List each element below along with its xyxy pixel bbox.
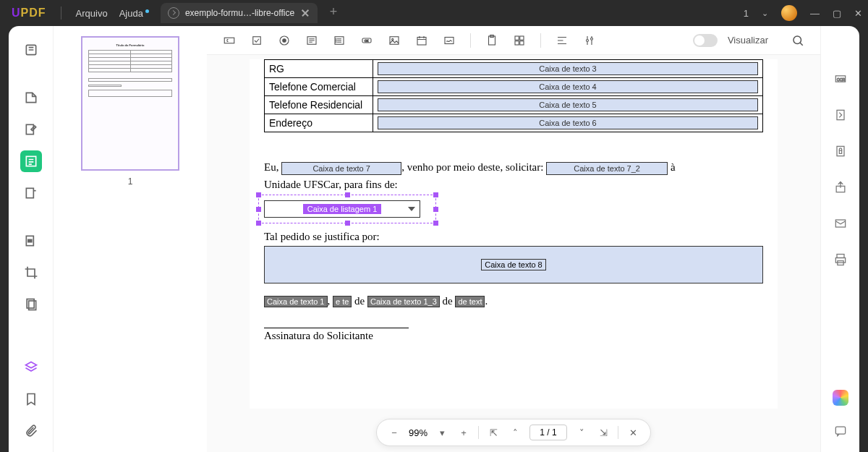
date-tool[interactable] (411, 30, 433, 51)
window-count[interactable]: 1 (744, 8, 749, 19)
page-thumbnail[interactable]: Título do Formulário (81, 36, 179, 171)
zoom-out-icon[interactable]: − (387, 425, 401, 440)
svg-rect-26 (520, 36, 524, 40)
table-row: EndereçoCaixa de texto 6 (265, 114, 763, 132)
text-field[interactable]: de text (455, 296, 485, 307)
close-window-icon[interactable]: ✕ (854, 8, 862, 19)
ocr-icon[interactable]: OCR (830, 68, 851, 90)
crop-icon[interactable] (20, 262, 42, 283)
prev-page-icon[interactable]: ˄ (508, 425, 522, 440)
minimize-icon[interactable]: ― (810, 8, 820, 19)
new-tab-button[interactable]: + (325, 4, 342, 22)
avatar[interactable] (781, 5, 797, 21)
checkbox-tool[interactable] (246, 30, 268, 51)
page-navigator: − 99% ▾ + ⇱ ˄ 1 / 1 ˅ ⇲ ✕ (376, 419, 651, 446)
svg-rect-9 (253, 36, 261, 44)
zoom-in-icon[interactable]: + (456, 425, 471, 440)
clipboard-tool[interactable] (481, 30, 503, 51)
close-icon[interactable] (300, 8, 310, 18)
paragraph: Eu, Caixa de texto 7, venho por meio des… (264, 158, 763, 193)
text-field-large[interactable]: Caixa de texto 8 (264, 246, 763, 283)
page-viewport[interactable]: RGCaixa de texto 3 Telefone ComercialCai… (207, 55, 820, 452)
signature-label: Assinatura do Solicitante (264, 330, 763, 342)
align-tool[interactable] (551, 30, 573, 51)
ai-icon[interactable] (833, 390, 848, 406)
svg-rect-22 (445, 37, 454, 43)
text-field[interactable]: Caixa de texto 3 (378, 62, 758, 75)
left-sidebar (9, 26, 54, 452)
text-field-tool[interactable] (218, 30, 240, 51)
comment-icon[interactable] (20, 87, 42, 108)
radio-tool[interactable] (273, 30, 295, 51)
redact-icon[interactable] (20, 230, 42, 252)
divider (618, 426, 618, 439)
text-field[interactable]: Caixa de texto 7_2 (546, 162, 668, 175)
bookmark-icon[interactable] (20, 388, 42, 410)
menu-help[interactable]: Ajuda (114, 8, 155, 19)
listbox-tool[interactable] (328, 30, 350, 51)
toolbar-divider (470, 33, 471, 48)
text-field[interactable]: Caixa de texto 1 (264, 296, 328, 307)
chevron-down-icon[interactable]: ⌄ (762, 9, 768, 18)
listbox-field: Caixa de listagem 1 (264, 200, 420, 218)
preview-label: Visualizar (728, 35, 768, 46)
main-frame: Título do Formulário 1 OK (9, 26, 859, 452)
svg-rect-5 (27, 239, 31, 242)
text-field[interactable]: Caixa de texto 4 (378, 80, 758, 93)
text-field[interactable]: Caixa de texto 1_3 (367, 296, 440, 307)
toolbar-divider (540, 33, 541, 48)
svg-point-30 (591, 38, 593, 40)
form-icon[interactable] (20, 150, 42, 172)
compress-icon[interactable] (830, 104, 851, 126)
menu-file[interactable]: Arquivo (70, 8, 114, 19)
text-field[interactable]: Caixa de texto 5 (378, 98, 758, 111)
svg-rect-21 (417, 37, 426, 45)
chevron-down-icon (408, 207, 415, 211)
print-icon[interactable] (830, 249, 851, 270)
attachment-icon[interactable] (20, 420, 42, 442)
thumbnail-panel: Título do Formulário 1 (54, 26, 207, 452)
tab-title: exemplo-formu…-libre-office (185, 8, 294, 18)
dropdown-tool[interactable] (301, 30, 323, 51)
search-icon[interactable] (787, 30, 809, 51)
svg-rect-34 (837, 110, 844, 119)
titlebar: UPDF Arquivo Ajuda exemplo-formu…-libre-… (0, 0, 868, 26)
svg-rect-38 (835, 220, 845, 227)
organize-icon[interactable] (20, 182, 42, 204)
form-toolbar: OK Visualizar (207, 26, 820, 55)
text-field[interactable]: Caixa de texto 7 (281, 162, 401, 175)
zoom-dropdown-icon[interactable]: ▾ (435, 425, 449, 440)
separator (61, 7, 61, 20)
text-field[interactable]: Caixa de texto 6 (378, 116, 758, 129)
edit-icon[interactable] (20, 119, 42, 140)
svg-point-29 (587, 39, 589, 41)
svg-point-14 (336, 38, 336, 39)
protect-icon[interactable] (830, 140, 851, 162)
text-field[interactable]: e te (333, 296, 352, 307)
signature-tool[interactable] (438, 30, 460, 51)
last-page-icon[interactable]: ⇲ (596, 425, 610, 440)
document-tab[interactable]: exemplo-formu…-libre-office (161, 3, 318, 23)
email-icon[interactable] (830, 213, 851, 234)
svg-point-31 (793, 36, 801, 44)
page-input[interactable]: 1 / 1 (529, 425, 567, 440)
first-page-icon[interactable]: ⇱ (486, 425, 501, 440)
signature-line (264, 328, 409, 328)
preview-toggle[interactable] (693, 34, 718, 47)
svg-point-11 (283, 38, 286, 42)
svg-point-15 (336, 40, 336, 40)
close-nav-icon[interactable]: ✕ (626, 425, 640, 440)
layers-icon[interactable] (20, 357, 42, 378)
reader-icon[interactable] (20, 39, 42, 61)
share-icon[interactable] (830, 176, 851, 198)
listbox-selection[interactable]: Caixa de listagem 1 (264, 200, 430, 218)
grid-tool[interactable] (509, 30, 530, 51)
button-tool[interactable]: OK (356, 30, 378, 51)
next-page-icon[interactable]: ˅ (574, 425, 589, 440)
tools-icon[interactable] (579, 30, 600, 51)
thumbnail-page-number: 1 (128, 176, 133, 187)
image-tool[interactable] (383, 30, 405, 51)
maximize-icon[interactable]: ▢ (833, 8, 841, 19)
pages-icon[interactable] (20, 294, 42, 315)
chat-icon[interactable] (830, 420, 851, 442)
